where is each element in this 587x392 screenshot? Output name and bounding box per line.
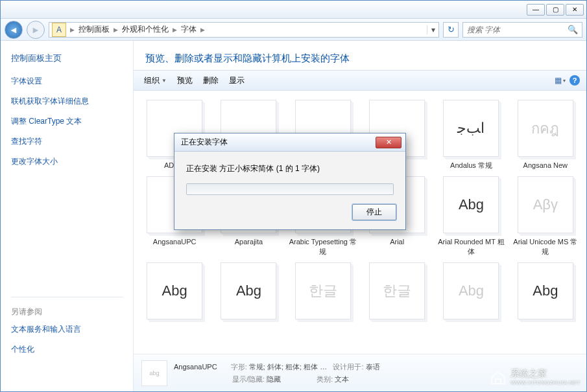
font-thumbnail: Abg — [147, 262, 202, 319]
stop-button[interactable]: 停止 — [352, 204, 396, 220]
install-font-dialog: 正在安装字体 ✕ 正在安装 方正小标宋简体 (1 的 1 字体) 停止 — [174, 133, 406, 230]
refresh-button[interactable]: ↻ — [443, 22, 459, 38]
font-thumbnail: Abg — [443, 176, 499, 233]
progress-bar — [186, 183, 394, 195]
address-bar[interactable]: A ▶ 控制面板 ▶ 外观和个性化 ▶ 字体 ▶ ▾ — [49, 22, 439, 38]
preview-button[interactable]: 预览 — [173, 73, 197, 89]
close-button[interactable]: ✕ — [566, 4, 584, 16]
font-label: Arial Unicode MS 常规 — [511, 237, 580, 256]
sidebar-link-text-services[interactable]: 文本服务和输入语言 — [11, 324, 123, 335]
sidebar-link-font-size[interactable]: 更改字体大小 — [11, 156, 123, 167]
font-thumbnail: Abg — [443, 262, 499, 319]
divider — [11, 297, 123, 297]
sidebar-link-find-char[interactable]: 查找字符 — [11, 136, 123, 147]
font-thumbnail: 한글 — [295, 262, 351, 319]
font-item[interactable]: اﺐﺟAndalus 常规 — [437, 100, 505, 170]
chevron-right-icon: ▶ — [199, 27, 206, 33]
forward-button: ► — [27, 21, 45, 39]
address-dropdown[interactable]: ▾ — [427, 25, 438, 34]
search-box[interactable]: 🔍 — [462, 22, 582, 38]
maximize-button[interactable]: ▢ — [546, 4, 564, 16]
font-item[interactable]: AβγArial Unicode MS 常规 — [511, 176, 580, 256]
page-title: 预览、删除或者显示和隐藏计算机上安装的字体 — [134, 41, 586, 70]
navbar: ◄ ► A ▶ 控制面板 ▶ 外观和个性化 ▶ 字体 ▶ ▾ ↻ 🔍 — [1, 19, 586, 41]
sidebar-link-font-settings[interactable]: 字体设置 — [11, 76, 123, 87]
font-item[interactable]: Abg — [437, 262, 505, 323]
sidebar-heading[interactable]: 控制面板主页 — [11, 52, 123, 64]
font-item[interactable]: กคฎAngsana New — [511, 100, 580, 170]
details-thumbnail: abg — [141, 360, 167, 386]
minimize-button[interactable]: — — [527, 4, 545, 16]
font-item[interactable]: Abg — [140, 262, 209, 323]
font-thumbnail: Aβγ — [518, 176, 573, 233]
view-options-button[interactable]: ▦▾ — [553, 73, 567, 87]
font-item[interactable]: 한글 — [363, 262, 431, 323]
toolbar: 组织▼ 预览 删除 显示 ▦▾ ? — [134, 70, 586, 91]
sidebar-link-online-fonts[interactable]: 联机获取字体详细信息 — [11, 96, 123, 107]
chevron-down-icon: ▼ — [162, 78, 167, 84]
titlebar: — ▢ ✕ — [1, 1, 586, 19]
search-icon: 🔍 — [568, 25, 578, 34]
organize-menu[interactable]: 组织▼ — [140, 73, 171, 89]
chevron-right-icon: ▶ — [69, 27, 76, 33]
font-item[interactable]: Abg — [214, 262, 283, 323]
back-button[interactable]: ◄ — [5, 21, 23, 39]
details-font-name: AngsanaUPC — [174, 363, 217, 371]
details-pane: abg AngsanaUPC 字形: 常规; 斜体; 粗体; 粗体 … 设计用于… — [134, 354, 586, 391]
help-button[interactable]: ? — [569, 75, 580, 86]
font-label: AngsanaUPC — [140, 237, 209, 246]
breadcrumb[interactable]: 控制面板 — [76, 24, 112, 35]
font-label: Angsana New — [511, 161, 580, 170]
font-item[interactable]: 한글 — [289, 262, 357, 323]
breadcrumb[interactable]: 字体 — [178, 24, 199, 35]
font-thumbnail: اﺐﺟ — [443, 100, 499, 157]
font-thumbnail: Abg — [518, 262, 573, 319]
see-also-heading: 另请参阅 — [11, 306, 123, 317]
sidebar: 控制面板主页 字体设置 联机获取字体详细信息 调整 ClearType 文本 查… — [1, 41, 134, 391]
dialog-titlebar: 正在安装字体 ✕ — [174, 133, 405, 152]
show-button[interactable]: 显示 — [225, 73, 248, 89]
dialog-message: 正在安装 方正小标宋简体 (1 的 1 字体) — [186, 163, 394, 174]
font-item[interactable]: AbgArial Rounded MT 粗体 — [437, 176, 505, 256]
font-label: Andalus 常规 — [437, 161, 505, 170]
chevron-right-icon: ▶ — [112, 27, 119, 33]
folder-icon: A — [52, 23, 66, 37]
font-label: Aparajita — [214, 237, 283, 246]
font-label: Arabic Typesetting 常规 — [289, 237, 357, 256]
sidebar-link-personalization[interactable]: 个性化 — [11, 344, 123, 355]
font-label: Arial Rounded MT 粗体 — [437, 237, 505, 256]
dialog-close-button[interactable]: ✕ — [376, 137, 401, 148]
font-thumbnail: กคฎ — [518, 100, 573, 157]
font-label: Arial — [363, 237, 431, 246]
chevron-right-icon: ▶ — [171, 27, 178, 33]
search-input[interactable] — [467, 25, 568, 34]
sidebar-link-cleartype[interactable]: 调整 ClearType 文本 — [11, 116, 123, 127]
dialog-title: 正在安装字体 — [181, 137, 376, 148]
font-item[interactable]: Abg — [511, 262, 580, 323]
font-thumbnail: Abg — [221, 262, 276, 319]
breadcrumb[interactable]: 外观和个性化 — [119, 24, 171, 35]
delete-button[interactable]: 删除 — [199, 73, 222, 89]
font-thumbnail: 한글 — [369, 262, 425, 319]
